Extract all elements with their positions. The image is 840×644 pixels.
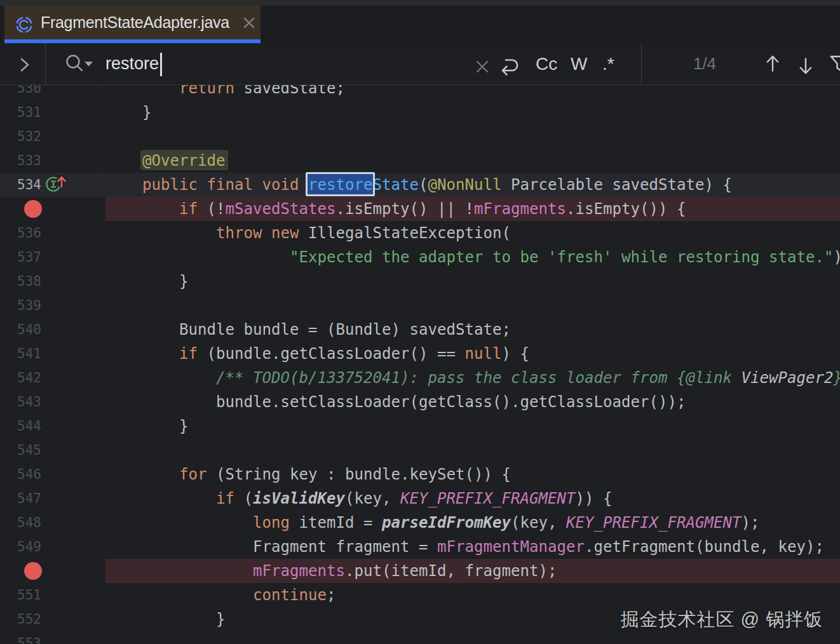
implements-method-icon[interactable] xyxy=(43,173,67,195)
line-number[interactable]: 547 xyxy=(0,486,41,511)
code-text: continue; xyxy=(105,583,336,607)
line-number[interactable]: 553 xyxy=(0,631,41,644)
match-case-toggle[interactable]: Cc xyxy=(536,43,557,84)
code-line-534: 534 public final void restoreState(@NonN… xyxy=(0,173,840,197)
tab-title: FragmentStateAdapter.java xyxy=(41,6,229,39)
line-number[interactable]: 543 xyxy=(0,390,41,414)
newline-icon[interactable] xyxy=(499,55,521,77)
abstract-class-icon xyxy=(15,15,34,34)
code-text: "Expected the adapter to be 'fresh' whil… xyxy=(105,245,840,269)
line-number[interactable]: 533 xyxy=(0,149,41,173)
breakpoint-icon[interactable] xyxy=(24,562,42,580)
line-number[interactable]: 531 xyxy=(0,100,41,124)
search-icon[interactable] xyxy=(65,53,95,75)
code-text: } xyxy=(105,269,189,293)
tab-fragmentstateadapter[interactable]: FragmentStateAdapter.java xyxy=(4,6,261,39)
code-text: for (String key : bundle.keySet()) { xyxy=(105,462,511,486)
code-text: } xyxy=(105,100,152,124)
code-text: if (!mSavedStates.isEmpty() || !mFragmen… xyxy=(105,197,686,221)
code-line-543: 543 bundle.setClassLoader(getClass().get… xyxy=(0,390,840,414)
line-number[interactable]: 540 xyxy=(0,318,41,342)
line-number[interactable]: 536 xyxy=(0,221,41,245)
line-number[interactable]: 552 xyxy=(0,607,41,631)
line-number[interactable]: 532 xyxy=(0,124,41,149)
watermark: 掘金技术社区 @ 锅拌饭 xyxy=(620,607,823,633)
code-line-537: 537 "Expected the adapter to be 'fresh' … xyxy=(0,245,840,269)
breakpoint-icon[interactable] xyxy=(24,200,42,218)
code-text: throw new IllegalStateException( xyxy=(105,221,511,245)
code-editor[interactable]: 530 return savedState;531 }532533 @Overr… xyxy=(0,0,840,644)
line-number[interactable]: 541 xyxy=(0,342,41,366)
line-number[interactable]: 538 xyxy=(0,269,41,293)
filter-icon[interactable] xyxy=(829,54,840,76)
code-line-538: 538 } xyxy=(0,269,840,293)
code-line-533: 533 @Override xyxy=(0,149,840,173)
line-number[interactable]: 548 xyxy=(0,511,41,535)
code-text: mFragments.put(itemId, fragment); xyxy=(105,559,557,583)
gutter xyxy=(0,559,41,583)
words-toggle[interactable]: W xyxy=(571,43,587,84)
code-text: @Override xyxy=(105,149,226,173)
code-text: Bundle bundle = (Bundle) savedState; xyxy=(105,318,511,342)
code-line-549: 549 Fragment fragment = mFragmentManager… xyxy=(0,535,840,559)
code-text: if (isValidKey(key, KEY_PREFIX_FRAGMENT)… xyxy=(105,486,613,511)
code-line-532: 532 xyxy=(0,124,840,149)
code-line-541: 541 if (bundle.getClassLoader() == null)… xyxy=(0,342,840,366)
code-text: /** TODO(b/133752041): pass the class lo… xyxy=(105,366,840,390)
divider xyxy=(45,43,46,85)
line-number[interactable]: 539 xyxy=(0,293,41,318)
code-text: long itemId = parseIdFromKey(key, KEY_PR… xyxy=(105,511,760,535)
code-line-546: 546 for (String key : bundle.keySet()) { xyxy=(0,462,840,486)
search-match-selected: restore xyxy=(308,176,373,194)
close-icon[interactable] xyxy=(241,15,257,31)
code-line-553: 553 xyxy=(0,631,840,644)
code-line-544: 544 } xyxy=(0,414,840,438)
code-line-540: 540 Bundle bundle = (Bundle) savedState; xyxy=(0,318,840,342)
next-occurrence-icon[interactable] xyxy=(796,53,816,77)
match-counter: 1/4 xyxy=(641,43,768,84)
clear-search-icon[interactable] xyxy=(475,59,490,74)
code-text: if (bundle.getClassLoader() == null) { xyxy=(105,342,529,366)
search-input[interactable]: restore xyxy=(105,43,159,84)
regex-toggle[interactable]: .* xyxy=(602,43,614,84)
code-line-548: 548 long itemId = parseIdFromKey(key, KE… xyxy=(0,511,840,535)
line-number[interactable]: 537 xyxy=(0,245,41,269)
expand-chevron-icon[interactable] xyxy=(17,56,32,74)
line-number[interactable]: 542 xyxy=(0,366,41,390)
code-text: } xyxy=(105,607,226,631)
code-text: public final void restoreState(@NonNull … xyxy=(105,173,732,197)
line-number[interactable]: 545 xyxy=(0,438,41,462)
line-number[interactable]: 549 xyxy=(0,535,41,559)
code-line-550: mFragments.put(itemId, fragment); xyxy=(0,559,840,583)
code-line-536: 536 throw new IllegalStateException( xyxy=(0,221,840,245)
code-line-551: 551 continue; xyxy=(0,583,840,607)
code-line-545: 545 xyxy=(0,438,840,462)
code-text: bundle.setClassLoader(getClass().getClas… xyxy=(105,390,686,414)
editor-tab-bar: FragmentStateAdapter.java xyxy=(0,6,840,43)
code-text: } xyxy=(105,414,189,438)
line-number[interactable]: 551 xyxy=(0,583,41,607)
highlighted-annotation: @Override xyxy=(142,152,226,170)
code-line-531: 531 } xyxy=(0,100,840,124)
toolbar-edge xyxy=(0,0,840,6)
line-number[interactable]: 544 xyxy=(0,414,41,438)
line-number[interactable]: 546 xyxy=(0,462,41,486)
line-number[interactable]: 534 xyxy=(0,173,41,197)
code-line-542: 542 /** TODO(b/133752041): pass the clas… xyxy=(0,366,840,390)
code-line-539: 539 xyxy=(0,293,840,318)
find-bar: restore Cc W .* 1/4 xyxy=(0,43,840,85)
code-text: Fragment fragment = mFragmentManager.get… xyxy=(105,535,824,559)
ide-window: 530 return savedState;531 }532533 @Overr… xyxy=(0,0,840,644)
gutter xyxy=(0,197,41,221)
code-line-535: if (!mSavedStates.isEmpty() || !mFragmen… xyxy=(0,197,840,221)
previous-occurrence-icon[interactable] xyxy=(762,53,783,77)
text-caret xyxy=(160,53,162,76)
code-line-547: 547 if (isValidKey(key, KEY_PREFIX_FRAGM… xyxy=(0,486,840,511)
